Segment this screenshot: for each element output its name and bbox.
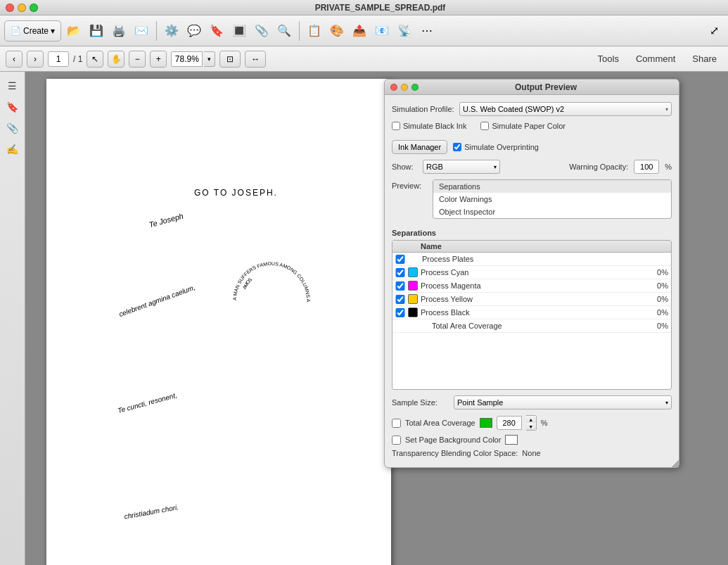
sep-row-process-black: Process Black 0% [392,306,671,319]
set-page-bg-row: Set Page Background Color [392,435,672,445]
sep-color-magenta [408,281,418,291]
total-area-pct: % [541,419,548,427]
share-button[interactable]: 📡 [395,21,414,41]
sep-row-process-magenta: Process Magenta 0% [392,279,671,293]
ink-manager-row: Ink Manager Simulate Overprinting [392,140,672,154]
nav-tools: Tools Comment Share [592,52,722,65]
zoom-input[interactable] [171,51,203,67]
attach-button[interactable]: 📎 [252,21,272,41]
zoom-out-button[interactable]: − [129,51,146,68]
nav-bar: ‹ › / 1 ↖ ✋ − + ▾ ⊡ ↔ Tools Comment Shar… [0,46,728,72]
set-page-bg-label: Set Page Background Color [405,436,501,444]
ink-manager-button[interactable]: Ink Manager [392,140,447,154]
output-preview-panel: Output Preview Simulation Profile: U.S. … [384,79,679,468]
color-button[interactable]: 🎨 [327,21,347,41]
maximize-button[interactable] [30,4,38,12]
email-button[interactable]: ✉️ [132,21,151,41]
hand-tool-button[interactable]: ✋ [108,51,124,68]
sidebar-icon-bookmark[interactable]: 🔖 [4,99,21,115]
page-bg-color-swatch[interactable] [505,435,518,445]
panel-minimize-button[interactable] [401,84,408,91]
expand-button[interactable]: ⤢ [704,21,724,41]
warning-opacity-input[interactable] [634,160,659,174]
total-area-decrement-button[interactable]: ▼ [526,423,536,430]
select-tool-button[interactable]: ↖ [87,51,103,68]
zoom-dropdown-button[interactable]: ▾ [204,51,215,67]
sep-check-process-plates[interactable] [395,255,405,264]
simulate-row: Simulate Black Ink Simulate Paper Color [392,122,672,134]
sep-check-process-black[interactable] [395,308,405,317]
tools-nav-button[interactable]: Tools [592,52,625,65]
send-button[interactable]: 📧 [372,21,392,41]
sep-color-yellow [408,294,418,304]
sample-size-select[interactable]: Point Sample ▾ [454,395,672,410]
panel-maximize-button[interactable] [411,84,419,91]
page-number-input[interactable] [48,51,69,67]
find-button[interactable]: 🔍 [274,21,294,41]
sample-size-row: Sample Size: Point Sample ▾ [392,395,672,410]
comment-button[interactable]: 💬 [184,21,204,41]
fit-width-button[interactable]: ↔ [245,51,266,68]
more-button[interactable]: ⋯ [417,21,437,41]
dropdown-item-color-warnings[interactable]: Color Warnings [433,193,671,205]
panel-window-controls[interactable] [390,84,419,91]
zoom-in-button[interactable]: + [150,51,167,68]
prev-page-button[interactable]: ‹ [6,51,23,68]
arc-text-container: A MAN SUFFERS FAMOUS AMONG COLUMNS AT RE… [229,258,300,329]
total-area-coverage-checkbox[interactable] [392,419,401,428]
sep-row-total-area: Total Area Coverage 0% [392,319,671,333]
total-area-increment-button[interactable]: ▲ [526,416,536,423]
svg-text:A MAN SUFFERS FAMOUS AMONG COL: A MAN SUFFERS FAMOUS AMONG COLUMNS AT RE… [229,258,311,303]
stamp-button[interactable]: 🔳 [229,21,249,41]
page-total: / 1 [73,54,82,64]
sep-pct-total-area: 0% [647,322,668,330]
simulation-profile-row: Simulation Profile: U.S. Web Coated (SWO… [392,102,672,116]
sep-name-process-yellow: Process Yellow [421,295,644,303]
sidebar-icon-paperclip[interactable]: 📎 [4,120,21,137]
simulate-overprinting-checkbox[interactable] [453,143,461,151]
comment-nav-button[interactable]: Comment [630,52,681,65]
total-area-stepper[interactable]: ▲ ▼ [526,415,537,431]
tag-button[interactable]: 🔖 [207,21,226,41]
minimize-button[interactable] [18,4,26,12]
separator-2 [299,21,300,41]
sep-check-process-magenta[interactable] [395,281,405,291]
dropdown-item-object-inspector[interactable]: Object Inspector [433,205,671,218]
sep-name-process-cyan: Process Cyan [421,268,644,277]
next-page-button[interactable]: › [27,51,44,68]
create-button[interactable]: 📄 Create ▾ [4,20,61,42]
window-controls[interactable] [6,4,38,12]
print-button[interactable]: 🖨️ [109,21,129,41]
save-button[interactable]: 💾 [87,21,106,41]
settings-button[interactable]: ⚙️ [162,21,181,41]
total-area-value-input[interactable] [497,416,522,430]
sep-check-process-cyan[interactable] [395,268,405,277]
simulation-profile-select[interactable]: U.S. Web Coated (SWOP) v2 ▾ [459,102,672,116]
sep-check-process-yellow[interactable] [395,295,405,304]
simulate-black-ink-checkbox[interactable] [392,122,400,130]
sidebar-icon-layers[interactable]: ☰ [4,77,21,94]
dropdown-item-separations[interactable]: Separations [433,180,671,193]
sidebar-icon-signature[interactable]: ✍️ [4,141,21,158]
open-button[interactable]: 📂 [64,21,84,41]
sep-row-process-plates: Process Plates [392,253,671,266]
sep-col-name: Name [421,242,644,250]
page-text-celebrent: celebrent agmina caelum, [118,284,196,319]
separations-section-label: Separations [392,229,672,237]
simulate-black-ink-row: Simulate Black Ink [392,122,466,130]
simulate-paper-color-checkbox[interactable] [480,122,489,130]
resize-handle[interactable] [672,460,679,467]
forms-button[interactable]: 📋 [305,21,324,41]
sample-size-label: Sample Size: [392,398,448,407]
total-area-color-swatch[interactable] [480,418,492,428]
show-select[interactable]: RGB ▾ [423,160,500,174]
export-button[interactable]: 📤 [350,21,369,41]
share-nav-button[interactable]: Share [687,52,722,65]
set-page-bg-checkbox[interactable] [392,436,401,445]
panel-close-button[interactable] [390,84,397,91]
fit-page-button[interactable]: ⊡ [219,51,241,68]
create-icon: 📄 [11,26,21,36]
close-button[interactable] [6,4,14,12]
panel-title: Output Preview [419,82,673,92]
sep-pct-process-yellow: 0% [647,295,668,303]
